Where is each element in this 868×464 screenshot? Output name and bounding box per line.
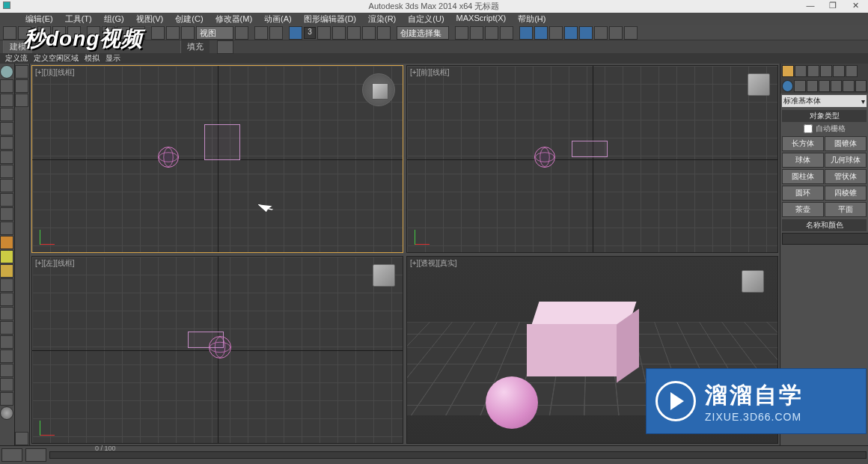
menu-rendering[interactable]: 渲染(R) bbox=[365, 13, 399, 25]
btn-torus[interactable]: 圆环 bbox=[782, 186, 824, 201]
viewport-front-label[interactable]: [+][前][线框] bbox=[410, 67, 450, 78]
ltool-sun-icon[interactable] bbox=[0, 264, 13, 278]
percent-snap-icon[interactable] bbox=[332, 26, 346, 40]
curve-editor-icon[interactable] bbox=[519, 26, 533, 40]
cp-tab-display-icon[interactable] bbox=[833, 65, 845, 77]
cp-tab-utilities-icon[interactable] bbox=[846, 65, 858, 77]
category-dropdown[interactable]: 标准基本体▾ bbox=[782, 95, 867, 107]
btn-teapot[interactable]: 茶壶 bbox=[782, 202, 824, 217]
angle-snap-icon[interactable] bbox=[317, 26, 331, 40]
cp-tab-create-icon[interactable] bbox=[782, 65, 794, 77]
lt2-1-icon[interactable] bbox=[15, 65, 28, 79]
layers-icon[interactable] bbox=[485, 26, 498, 40]
timeline-slider[interactable]: 0 / 100 bbox=[49, 451, 867, 459]
ltool-2-icon[interactable] bbox=[0, 94, 13, 107]
menu-grapheditors[interactable]: 图形编辑器(D) bbox=[301, 13, 359, 25]
btn-cone[interactable]: 圆锥体 bbox=[825, 136, 867, 151]
btn-geosphere[interactable]: 几何球体 bbox=[825, 153, 867, 168]
viewcube-icon[interactable] bbox=[362, 73, 395, 106]
viewport-top-label[interactable]: [+][顶][线框] bbox=[35, 67, 75, 78]
edge-snap-icon[interactable] bbox=[362, 26, 376, 40]
ltool-4-icon[interactable] bbox=[0, 122, 13, 135]
scene-sphere[interactable] bbox=[534, 147, 555, 168]
ltool-sphere-icon[interactable] bbox=[0, 406, 13, 420]
scene-sphere[interactable] bbox=[158, 147, 179, 168]
refcoord-dropdown[interactable]: 视图 bbox=[196, 26, 233, 40]
snap-toggle-icon[interactable] bbox=[289, 26, 302, 40]
menu-modifiers[interactable]: 修改器(M) bbox=[213, 13, 256, 25]
graphite-icon[interactable] bbox=[500, 26, 513, 40]
object-name-input[interactable] bbox=[782, 233, 868, 245]
render-icon[interactable] bbox=[594, 26, 608, 40]
schematic-icon[interactable] bbox=[534, 26, 548, 40]
menu-help[interactable]: 帮助(H) bbox=[515, 13, 548, 25]
ltool-19-icon[interactable] bbox=[0, 349, 13, 363]
btn-tube[interactable]: 管状体 bbox=[825, 169, 867, 184]
btn-cylinder[interactable]: 圆柱体 bbox=[782, 169, 824, 184]
timeline-key-icon[interactable] bbox=[25, 448, 46, 462]
cp-tab-hierarchy-icon[interactable] bbox=[807, 65, 819, 77]
ltool-8-icon[interactable] bbox=[0, 179, 13, 192]
spinner-snap-icon[interactable] bbox=[347, 26, 361, 40]
ltool-13-icon[interactable] bbox=[0, 250, 13, 263]
sub-display[interactable]: 显示 bbox=[103, 53, 123, 64]
render-output-icon[interactable] bbox=[624, 26, 638, 40]
lt2-3-icon[interactable] bbox=[15, 94, 28, 107]
sub-idle[interactable]: 定义空闲区域 bbox=[31, 53, 81, 64]
sub-simulate[interactable]: 模拟 bbox=[82, 53, 102, 64]
ltool-6-icon[interactable] bbox=[0, 150, 13, 164]
ltool-21-icon[interactable] bbox=[0, 378, 13, 391]
scene-box[interactable] bbox=[188, 332, 224, 348]
ltool-1-icon[interactable] bbox=[0, 79, 13, 93]
scale-icon[interactable] bbox=[181, 26, 195, 40]
menu-customize[interactable]: 自定义(U) bbox=[405, 13, 447, 25]
cp-sub-geometry-icon[interactable] bbox=[782, 80, 793, 92]
render-frame-icon[interactable] bbox=[579, 26, 593, 40]
keymode-icon[interactable] bbox=[269, 26, 283, 40]
ltool-9-icon[interactable] bbox=[0, 193, 13, 207]
undo-icon[interactable] bbox=[3, 26, 16, 40]
menu-edit[interactable]: 编辑(E) bbox=[22, 13, 56, 25]
menu-create[interactable]: 创建(C) bbox=[172, 13, 206, 25]
ltool-7-icon[interactable] bbox=[0, 165, 13, 178]
btn-plane[interactable]: 平面 bbox=[825, 202, 867, 217]
ltool-22-icon[interactable] bbox=[0, 392, 13, 406]
ltool-11-icon[interactable] bbox=[0, 222, 13, 235]
select-manipulate-icon[interactable] bbox=[254, 26, 268, 40]
scene-sphere-3d[interactable] bbox=[486, 376, 538, 429]
menu-views[interactable]: 视图(V) bbox=[133, 13, 167, 25]
menu-tools[interactable]: 工具(T) bbox=[62, 13, 95, 25]
lt2-play-icon[interactable] bbox=[15, 432, 28, 445]
render-setup-icon[interactable] bbox=[564, 26, 578, 40]
magnet-icon[interactable] bbox=[377, 26, 391, 40]
scene-box[interactable] bbox=[204, 124, 240, 160]
autogrid-checkbox[interactable]: 自动栅格 bbox=[782, 123, 867, 134]
menu-maxscript[interactable]: MAXScript(X) bbox=[453, 13, 510, 25]
pivot-icon[interactable] bbox=[235, 26, 248, 40]
ltool-3-icon[interactable] bbox=[0, 108, 13, 121]
minimize-button[interactable]: — bbox=[799, 0, 822, 13]
selset-dropdown[interactable]: 创建选择集 bbox=[397, 26, 449, 40]
ltool-20-icon[interactable] bbox=[0, 364, 13, 377]
cp-tab-modify-icon[interactable] bbox=[795, 65, 807, 77]
viewcube-icon[interactable] bbox=[748, 73, 770, 96]
ltool-circle-icon[interactable] bbox=[0, 65, 13, 79]
viewcube-icon[interactable] bbox=[742, 270, 764, 293]
menu-group[interactable]: 组(G) bbox=[101, 13, 127, 25]
autogrid-check-input[interactable] bbox=[804, 124, 813, 133]
dropdown-icon[interactable] bbox=[217, 40, 233, 54]
cp-sub-helpers-icon[interactable] bbox=[831, 80, 842, 92]
ltool-5-icon[interactable] bbox=[0, 136, 13, 150]
btn-pyramid[interactable]: 四棱锥 bbox=[825, 186, 867, 201]
ltool-14-icon[interactable] bbox=[0, 278, 13, 292]
cp-sub-systems-icon[interactable] bbox=[855, 80, 867, 92]
cp-sub-cameras-icon[interactable] bbox=[819, 80, 830, 92]
align-icon[interactable] bbox=[470, 26, 483, 40]
tab-populate[interactable]: 填充 bbox=[180, 40, 210, 53]
rollout-objecttype[interactable]: 对象类型 bbox=[782, 110, 867, 122]
viewport-front[interactable]: [+][前][线框] bbox=[406, 65, 778, 253]
ltool-16-icon[interactable] bbox=[0, 307, 13, 320]
timeline-config-icon[interactable] bbox=[1, 448, 22, 462]
viewport-left-label[interactable]: [+][左][线框] bbox=[35, 258, 75, 269]
menu-animation[interactable]: 动画(A) bbox=[261, 13, 295, 25]
